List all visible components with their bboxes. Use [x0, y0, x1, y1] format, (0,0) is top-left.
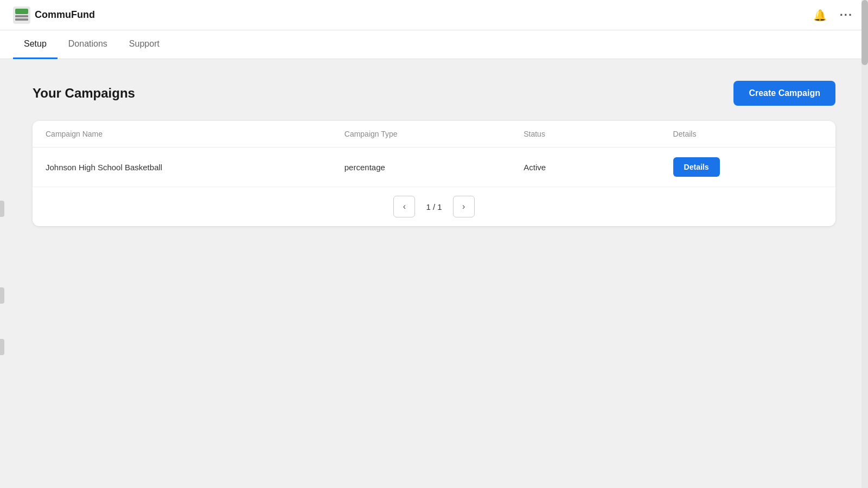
header-campaign-name: Campaign Name [46, 130, 344, 138]
tab-support[interactable]: Support [118, 30, 170, 59]
logo-icon [13, 7, 30, 24]
scrollbar[interactable] [861, 0, 868, 488]
next-page-button[interactable]: › [453, 196, 475, 217]
svg-rect-3 [15, 18, 28, 21]
svg-rect-1 [15, 9, 28, 14]
table-header: Campaign Name Campaign Type Status Detai… [33, 121, 835, 147]
top-bar-actions: 🔔 ··· [811, 6, 855, 24]
more-options-button[interactable]: ··· [838, 6, 855, 24]
tab-donations[interactable]: Donations [58, 30, 118, 59]
header-details: Details [673, 130, 822, 138]
cell-details: Details [673, 157, 822, 177]
details-button[interactable]: Details [673, 157, 720, 177]
pagination-row: ‹ 1 / 1 › [33, 187, 835, 226]
tab-bar: Setup Donations Support [0, 30, 868, 59]
left-edge-indicator-1 [0, 201, 4, 217]
table-row: Johnson High School Basketball percentag… [33, 147, 835, 187]
content-header: Your Campaigns Create Campaign [33, 81, 835, 106]
more-icon: ··· [840, 8, 853, 22]
logo-area: CommuFund [13, 7, 95, 24]
svg-rect-2 [15, 15, 28, 17]
chevron-left-icon: ‹ [403, 202, 406, 211]
header-campaign-type: Campaign Type [344, 130, 524, 138]
page-info: 1 / 1 [419, 202, 448, 211]
cell-campaign-type: percentage [344, 163, 524, 172]
cell-status: Active [524, 163, 673, 172]
main-content: Your Campaigns Create Campaign Campaign … [0, 59, 868, 248]
bell-icon: 🔔 [813, 9, 827, 21]
top-bar: CommuFund 🔔 ··· [0, 0, 868, 30]
campaigns-table: Campaign Name Campaign Type Status Detai… [33, 121, 835, 226]
cell-campaign-name: Johnson High School Basketball [46, 163, 344, 172]
scrollbar-thumb[interactable] [861, 0, 868, 65]
notifications-button[interactable]: 🔔 [811, 7, 829, 24]
page-title: Your Campaigns [33, 86, 135, 101]
create-campaign-button[interactable]: Create Campaign [733, 81, 835, 106]
prev-page-button[interactable]: ‹ [393, 196, 415, 217]
chevron-right-icon: › [462, 202, 465, 211]
app-title: CommuFund [35, 9, 95, 21]
left-edge-indicator-3 [0, 339, 4, 355]
left-edge-indicator-2 [0, 287, 4, 304]
tab-setup[interactable]: Setup [13, 30, 58, 59]
header-status: Status [524, 130, 673, 138]
